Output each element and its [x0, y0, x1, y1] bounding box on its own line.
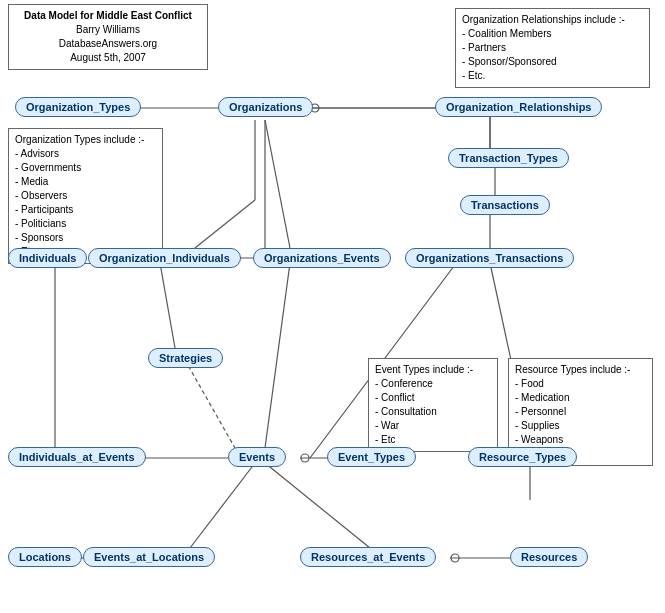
org-rel-line3: - Partners — [462, 41, 643, 55]
svg-point-20 — [301, 454, 309, 462]
title-line2: Barry Williams — [15, 23, 201, 37]
entity-events[interactable]: Events — [228, 447, 286, 467]
entity-strategies[interactable]: Strategies — [148, 348, 223, 368]
evt-types-line4: - War — [375, 419, 491, 433]
entity-resource-types[interactable]: Resource_Types — [468, 447, 577, 467]
entity-org-individuals[interactable]: Organization_Individuals — [88, 248, 241, 268]
svg-line-33 — [160, 263, 175, 348]
org-rel-line5: - Etc. — [462, 69, 643, 83]
org-types-line6: - Politicians — [15, 217, 156, 231]
org-types-line0: Organization Types include :- — [15, 133, 156, 147]
org-rel-line1: Organization Relationships include :- — [462, 13, 643, 27]
entity-resources[interactable]: Resources — [510, 547, 588, 567]
title-line4: August 5th, 2007 — [15, 51, 201, 65]
entity-transaction-types[interactable]: Transaction_Types — [448, 148, 569, 168]
evt-types-line2: - Conflict — [375, 391, 491, 405]
svg-line-26 — [265, 463, 370, 548]
evt-types-line3: - Consultation — [375, 405, 491, 419]
entity-individuals-at-events[interactable]: Individuals_at_Events — [8, 447, 146, 467]
evt-types-line1: - Conference — [375, 377, 491, 391]
res-types-line4: - Supplies — [515, 419, 646, 433]
org-rel-info-box: Organization Relationships include :- - … — [455, 8, 650, 88]
svg-line-6 — [195, 200, 255, 248]
org-types-line1: - Advisors — [15, 147, 156, 161]
title-line1: Data Model for Middle East Conflict — [15, 9, 201, 23]
org-types-line5: - Participants — [15, 203, 156, 217]
res-types-line1: - Food — [515, 377, 646, 391]
org-types-info-box: Organization Types include :- - Advisors… — [8, 128, 163, 264]
org-rel-line2: - Coalition Members — [462, 27, 643, 41]
svg-line-7 — [265, 120, 290, 248]
res-types-line3: - Personnel — [515, 405, 646, 419]
entity-events-at-locations[interactable]: Events_at_Locations — [83, 547, 215, 567]
org-types-line3: - Media — [15, 175, 156, 189]
svg-point-28 — [451, 554, 459, 562]
res-types-line5: - Weapons — [515, 433, 646, 447]
entity-org-types[interactable]: Organization_Types — [15, 97, 141, 117]
org-rel-line4: - Sponsor/Sponsored — [462, 55, 643, 69]
diagram: Data Model for Middle East Conflict Barr… — [0, 0, 665, 613]
entity-org-events[interactable]: Organizations_Events — [253, 248, 391, 268]
title-line3: DatabaseAnswers.org — [15, 37, 201, 51]
res-types-line0: Resource Types include :- — [515, 363, 646, 377]
org-types-line2: - Governments — [15, 161, 156, 175]
entity-resources-at-events[interactable]: Resources_at_Events — [300, 547, 436, 567]
org-types-line4: - Observers — [15, 189, 156, 203]
evt-types-line5: - Etc — [375, 433, 491, 447]
entity-locations[interactable]: Locations — [8, 547, 82, 567]
entity-individuals[interactable]: Individuals — [8, 248, 87, 268]
org-types-line7: - Sponsors — [15, 231, 156, 245]
entity-organizations[interactable]: Organizations — [218, 97, 313, 117]
entity-org-transactions[interactable]: Organizations_Transactions — [405, 248, 574, 268]
title-box: Data Model for Middle East Conflict Barr… — [8, 4, 208, 70]
evt-types-line0: Event Types include :- — [375, 363, 491, 377]
event-types-info-box: Event Types include :- - Conference - Co… — [368, 358, 498, 452]
entity-org-relationships[interactable]: Organization_Relationships — [435, 97, 602, 117]
res-types-line2: - Medication — [515, 391, 646, 405]
connector-lines — [0, 0, 665, 613]
svg-line-18 — [265, 263, 290, 448]
svg-line-17 — [185, 360, 235, 448]
svg-line-23 — [190, 463, 255, 548]
entity-transactions[interactable]: Transactions — [460, 195, 550, 215]
entity-event-types[interactable]: Event_Types — [327, 447, 416, 467]
